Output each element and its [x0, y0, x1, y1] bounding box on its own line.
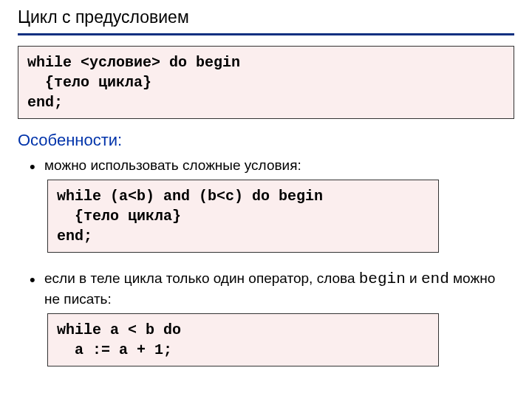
bullet2-text-pre: если в теле цикла только один оператор, …: [44, 270, 359, 286]
code-block-syntax: while <условие> do begin {тело цикла} en…: [18, 46, 514, 119]
features-heading: Особенности:: [18, 131, 514, 150]
bullet2-text-mid: и: [406, 270, 421, 286]
keyword-end: end: [421, 270, 449, 287]
keyword-begin: begin: [359, 270, 406, 287]
code-block-short-example: while a < b do a := a + 1;: [47, 313, 439, 366]
bullet-single-statement: если в теле цикла только один оператор, …: [18, 269, 514, 309]
page-title: Цикл с предусловием: [18, 7, 514, 35]
code-block-and-example: while (a<b) and (b<c) do begin {тело цик…: [47, 180, 439, 253]
bullet-complex-conditions: можно использовать сложные условия:: [18, 156, 514, 175]
